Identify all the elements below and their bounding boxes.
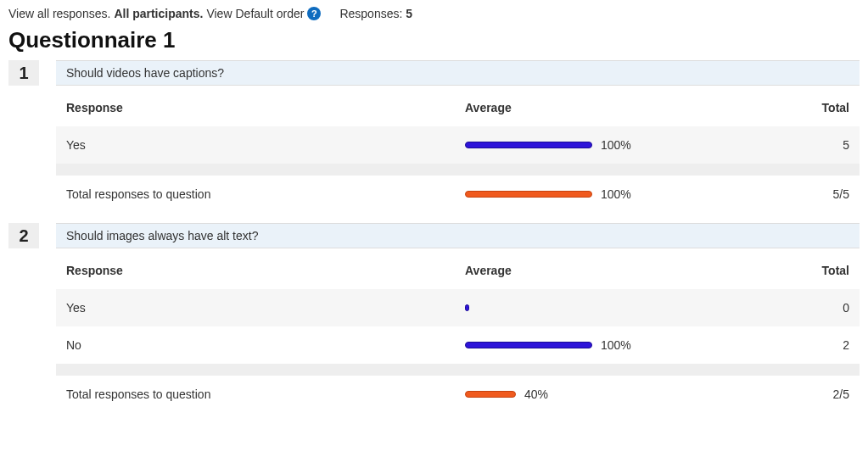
responses-meta: Responses: 5 bbox=[339, 7, 412, 20]
question-number: 2 bbox=[8, 223, 39, 248]
header-average: Average bbox=[465, 101, 677, 114]
header-total: Total bbox=[677, 101, 849, 114]
questions-container: 1Should videos have captions?ResponseAve… bbox=[8, 60, 860, 413]
order-prefix: View bbox=[206, 7, 232, 20]
percent-label: 100% bbox=[601, 338, 631, 352]
response-total: 0 bbox=[677, 301, 849, 315]
question-number: 1 bbox=[8, 60, 39, 86]
link-view-all-responses[interactable]: View all responses. bbox=[8, 7, 110, 20]
bar-blue bbox=[465, 304, 469, 311]
results-header-row: ResponseAverageTotal bbox=[56, 252, 860, 289]
response-row: Yes100%5 bbox=[56, 126, 860, 164]
percent-label: 100% bbox=[601, 187, 631, 201]
response-row: Yes0 bbox=[56, 289, 860, 326]
response-row: Total responses to question40%2/5 bbox=[56, 376, 860, 413]
header-response: Response bbox=[66, 101, 465, 114]
question-header-row: 1Should videos have captions? bbox=[8, 60, 860, 86]
response-label: Yes bbox=[66, 138, 465, 152]
question-block: 1Should videos have captions?ResponseAve… bbox=[8, 60, 860, 213]
responses-count: 5 bbox=[406, 7, 412, 20]
results-table: ResponseAverageTotalYes100%5Total respon… bbox=[56, 89, 860, 213]
response-average: 100% bbox=[465, 138, 677, 152]
response-average: 100% bbox=[465, 338, 677, 352]
response-row: No100%2 bbox=[56, 326, 860, 364]
bar-blue bbox=[465, 142, 592, 148]
response-row: Total responses to question100%5/5 bbox=[56, 176, 860, 213]
percent-label: 100% bbox=[601, 138, 631, 152]
breadcrumb: View all responses. All participants. Vi… bbox=[8, 7, 860, 20]
header-average: Average bbox=[465, 264, 677, 277]
link-default-order[interactable]: Default order bbox=[236, 7, 305, 20]
response-total: 5 bbox=[677, 138, 849, 152]
bar-blue bbox=[465, 342, 592, 348]
results-table: ResponseAverageTotalYes0No100%2Total res… bbox=[56, 252, 860, 413]
response-average: 100% bbox=[465, 187, 677, 201]
responses-label: Responses: bbox=[339, 7, 402, 20]
response-label: Yes bbox=[66, 301, 465, 315]
question-header-row: 2Should images always have alt text? bbox=[8, 223, 860, 248]
bar-orange bbox=[465, 191, 592, 198]
header-response: Response bbox=[66, 264, 465, 277]
bar-orange bbox=[465, 391, 516, 398]
spacer-row bbox=[56, 164, 860, 176]
results-header-row: ResponseAverageTotal bbox=[56, 89, 860, 126]
question-block: 2Should images always have alt text?Resp… bbox=[8, 223, 860, 413]
question-text: Should images always have alt text? bbox=[56, 223, 860, 248]
percent-label: 40% bbox=[524, 387, 548, 401]
response-total: 2/5 bbox=[677, 387, 849, 401]
response-label: No bbox=[66, 338, 465, 352]
response-average: 40% bbox=[465, 387, 677, 401]
response-label: Total responses to question bbox=[66, 187, 465, 201]
response-label: Total responses to question bbox=[66, 387, 465, 401]
question-text: Should videos have captions? bbox=[56, 60, 860, 86]
page-title: Questionnaire 1 bbox=[8, 27, 860, 53]
response-total: 2 bbox=[677, 338, 849, 352]
participants-label: All participants. bbox=[114, 7, 203, 20]
response-total: 5/5 bbox=[677, 187, 849, 201]
header-total: Total bbox=[677, 264, 849, 277]
help-icon[interactable]: ? bbox=[307, 7, 321, 20]
spacer-row bbox=[56, 364, 860, 376]
response-average bbox=[465, 304, 677, 311]
